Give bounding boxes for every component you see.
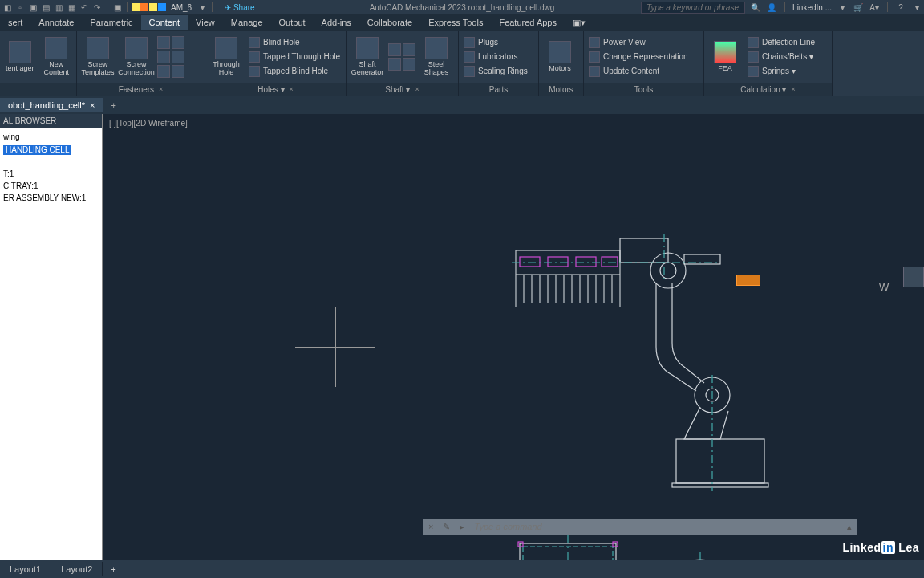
ribbon-overflow-icon[interactable]: ▣▾: [565, 15, 594, 31]
help-dropdown-icon[interactable]: ▾: [911, 2, 922, 13]
cmdline-customize-icon[interactable]: ✎: [438, 522, 455, 532]
shaft-s3-icon[interactable]: [388, 58, 401, 71]
svg-point-21: [660, 263, 676, 279]
viewcube-face[interactable]: [903, 267, 924, 287]
text-size-icon[interactable]: A▾: [869, 2, 880, 13]
help-search-input[interactable]: [641, 2, 745, 14]
add-layout-button[interactable]: +: [103, 562, 124, 576]
layer-iso-icon[interactable]: ▣: [111, 2, 123, 13]
shaft-s4-icon[interactable]: [403, 58, 415, 71]
shaft-s2-icon[interactable]: [403, 43, 415, 56]
springs-button[interactable]: Springs ▾: [746, 65, 817, 78]
redo-icon[interactable]: ↷: [91, 2, 103, 13]
fastener-washer-icon[interactable]: [172, 36, 184, 49]
doc-tab-active[interactable]: obot_handling_cell* ×: [0, 98, 103, 112]
tab-addins[interactable]: Add-ins: [314, 15, 359, 30]
fastener-rivet-icon[interactable]: [172, 51, 184, 63]
fea-button[interactable]: FEA: [707, 41, 743, 73]
panel-close-icon[interactable]: ×: [290, 85, 294, 93]
help-icon[interactable]: ?: [895, 2, 906, 13]
fastener-nut-icon[interactable]: [157, 36, 170, 49]
steel-shapes-button[interactable]: Steel Shapes: [419, 37, 454, 77]
sealing-rings-button[interactable]: Sealing Rings: [462, 65, 529, 78]
plugs-button[interactable]: Plugs: [462, 36, 529, 49]
lubricators-button[interactable]: Lubricators: [462, 51, 529, 63]
tapped-blind-icon: [249, 66, 260, 77]
mechanical-browser: AL BROWSER wing HANDLING CELL T:1 C TRAY…: [0, 114, 103, 560]
browser-node[interactable]: C TRAY:1: [3, 180, 99, 192]
shaft-generator-button[interactable]: Shaft Generator: [350, 37, 385, 77]
fastener-pin-icon[interactable]: [157, 51, 170, 63]
layout-tab[interactable]: Layout2: [51, 562, 103, 576]
save-icon[interactable]: ▤: [40, 2, 51, 13]
through-hole-button[interactable]: Through Hole: [209, 37, 244, 77]
new-icon[interactable]: ▫: [14, 2, 26, 13]
layer-dropdown[interactable]: AM_6: [168, 3, 195, 12]
browser-node[interactable]: ER ASSEMBLY NEW:1: [3, 192, 99, 204]
tab-collaborate[interactable]: Collaborate: [359, 15, 420, 30]
svg-rect-19: [620, 238, 668, 263]
search-icon[interactable]: 🔍: [750, 2, 761, 13]
tab-featured[interactable]: Featured Apps: [491, 15, 565, 30]
saveas-icon[interactable]: ▥: [53, 2, 64, 13]
share-button[interactable]: ✈ Share: [225, 3, 254, 12]
deflection-button[interactable]: Deflection Line: [746, 36, 817, 49]
cart-icon[interactable]: 🛒: [853, 2, 864, 13]
external-dropdown-icon[interactable]: ▾: [837, 2, 848, 13]
panel-close-icon[interactable]: ×: [159, 85, 163, 93]
command-input[interactable]: [475, 522, 842, 531]
undo-icon[interactable]: ↶: [79, 2, 90, 13]
panel-close-icon[interactable]: ×: [792, 85, 796, 93]
browser-node[interactable]: T:1: [3, 168, 99, 180]
app-menu-icon[interactable]: ◧: [2, 2, 13, 13]
close-tab-icon[interactable]: ×: [90, 100, 95, 110]
change-rep-icon: [589, 51, 600, 63]
layer-dropdown-arrow[interactable]: ▾: [197, 2, 208, 13]
cmdline-close-icon[interactable]: ×: [424, 522, 438, 531]
svg-rect-25: [676, 439, 764, 483]
new-content-button[interactable]: New Content: [40, 37, 74, 77]
blind-hole-button[interactable]: Blind Hole: [247, 36, 342, 49]
screw-templates-icon: [87, 37, 109, 59]
viewport-label[interactable]: [-][Top][2D Wireframe]: [109, 119, 188, 128]
tab-insert[interactable]: sert: [0, 15, 30, 30]
layer-color-swatches[interactable]: [132, 3, 166, 11]
browser-root[interactable]: wing: [3, 131, 99, 143]
drawing-canvas[interactable]: [-][Top][2D Wireframe]: [103, 114, 924, 560]
lubricators-icon: [464, 51, 475, 63]
change-rep-button[interactable]: Change Representation: [587, 51, 690, 63]
chains-belts-button[interactable]: Chains/Belts ▾: [746, 51, 817, 63]
browser-node-selected[interactable]: HANDLING CELL: [3, 144, 71, 155]
svg-rect-16: [548, 257, 568, 267]
shaft-s1-icon[interactable]: [388, 43, 401, 56]
open-icon[interactable]: ▣: [27, 2, 38, 13]
new-tab-button[interactable]: +: [103, 98, 124, 112]
through-hole-icon: [215, 37, 237, 59]
tapped-through-button[interactable]: Tapped Through Hole: [247, 51, 342, 63]
plot-icon[interactable]: ▦: [66, 2, 77, 13]
cmdline-history-icon[interactable]: ▴: [842, 522, 857, 532]
update-content-button[interactable]: Update Content: [587, 65, 690, 78]
account-icon[interactable]: 👤: [766, 2, 777, 13]
content-manager-button[interactable]: tent ager: [3, 41, 37, 73]
tapped-blind-button[interactable]: Tapped Blind Hole: [247, 65, 342, 78]
screw-templates-button[interactable]: Screw Templates: [80, 37, 116, 77]
main-area: AL BROWSER wing HANDLING CELL T:1 C TRAY…: [0, 114, 924, 560]
tab-view[interactable]: View: [188, 15, 223, 30]
screw-connection-button[interactable]: Screw Connection: [119, 37, 154, 77]
tab-output[interactable]: Output: [271, 15, 314, 30]
power-view-button[interactable]: Power View: [587, 36, 690, 49]
viewcube[interactable]: W: [887, 258, 924, 307]
tab-parametric[interactable]: Parametric: [82, 15, 140, 30]
motors-button[interactable]: Motors: [542, 41, 578, 73]
tab-express[interactable]: Express Tools: [420, 15, 491, 30]
panel-close-icon[interactable]: ×: [415, 85, 419, 93]
tab-annotate[interactable]: Annotate: [30, 15, 82, 30]
layout-tab[interactable]: Layout1: [0, 562, 51, 576]
tab-content[interactable]: Content: [141, 15, 188, 30]
external-link[interactable]: LinkedIn ...: [792, 3, 832, 12]
fastener-misc1-icon[interactable]: [157, 65, 170, 78]
fastener-misc2-icon[interactable]: [172, 65, 184, 78]
svg-rect-18: [602, 257, 618, 267]
tab-manage[interactable]: Manage: [223, 15, 271, 30]
